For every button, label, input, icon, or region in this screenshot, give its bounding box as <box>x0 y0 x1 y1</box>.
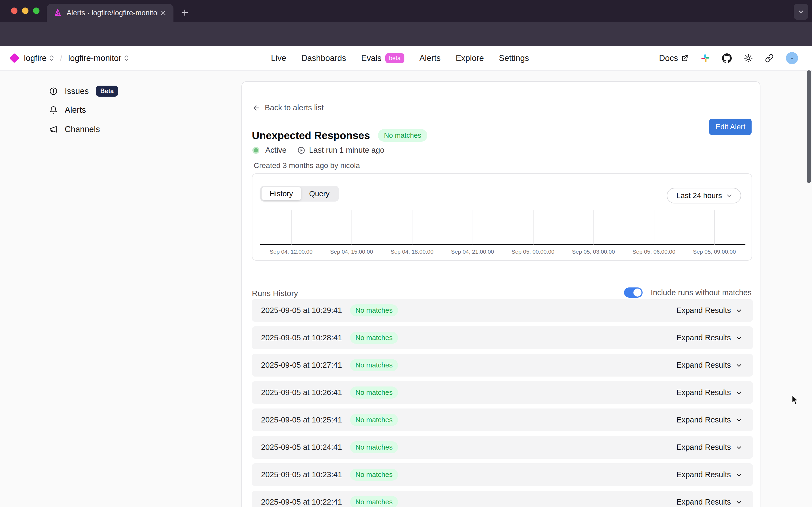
chart-gridline <box>654 210 654 244</box>
share-link-icon[interactable] <box>765 54 774 62</box>
expand-results-button[interactable]: Expand Results <box>676 415 743 424</box>
page-title: Unexpected Responses <box>252 130 370 142</box>
chart-gridline <box>291 210 291 244</box>
history-query-tabs: History Query <box>260 186 339 202</box>
last-run: Last run 1 minute ago <box>297 146 384 155</box>
run-row: 2025-09-05 at 10:23:41 No matches Expand… <box>252 463 753 486</box>
expand-results-button[interactable]: Expand Results <box>676 388 743 397</box>
new-tab-button[interactable] <box>178 6 191 19</box>
chevron-down-icon <box>735 416 743 424</box>
runs-list: 2025-09-05 at 10:29:41 No matches Expand… <box>252 294 753 507</box>
arrow-left-icon <box>253 104 261 112</box>
nav-evals[interactable]: Evalsbeta <box>361 53 404 63</box>
chart-axis-tick-label: Sep 05, 03:00:00 <box>572 248 615 255</box>
org-selector[interactable]: logfire <box>24 53 54 63</box>
back-to-alerts-link[interactable]: Back to alerts list <box>253 103 324 112</box>
time-range-select[interactable]: Last 24 hours <box>667 188 741 204</box>
browser-window: Alerts · logfire/logfire-monitor logfire… <box>0 0 812 507</box>
history-chart-card: History Query Last 24 hours Sep 04, 12:0… <box>252 173 752 261</box>
run-row: 2025-09-05 at 10:29:41 No matches Expand… <box>252 299 753 322</box>
mouse-cursor <box>791 395 801 405</box>
chart-axis-tick-label: Sep 04, 18:00:00 <box>390 248 433 255</box>
sidebar-item-channels[interactable]: Channels <box>49 124 100 134</box>
chevron-down-icon <box>735 307 743 314</box>
expand-results-button[interactable]: Expand Results <box>676 333 743 342</box>
browser-toolbar: logfire-us.pydantic.dev/logfire/logfire-… <box>0 22 812 46</box>
nav-explore[interactable]: Explore <box>456 53 484 63</box>
tab-search-button[interactable] <box>794 4 808 20</box>
minimize-window-button[interactable] <box>22 7 29 14</box>
close-tab-icon[interactable] <box>158 7 169 18</box>
run-row: 2025-09-05 at 10:22:41 No matches Expand… <box>252 491 753 507</box>
chart-x-axis <box>260 244 745 245</box>
browser-tab[interactable]: Alerts · logfire/logfire-monitor <box>47 4 173 22</box>
sidebar-item-label: Alerts <box>65 105 86 115</box>
chart-gridline <box>351 210 352 244</box>
tab-title: Alerts · logfire/logfire-monitor <box>67 9 158 17</box>
expand-results-button[interactable]: Expand Results <box>676 443 743 452</box>
no-matches-badge: No matches <box>350 469 398 481</box>
favicon-logfire-icon <box>53 8 62 17</box>
zoom-window-button[interactable] <box>33 7 40 14</box>
run-row: 2025-09-05 at 10:26:41 No matches Expand… <box>252 381 753 404</box>
tab-query[interactable]: Query <box>301 187 337 200</box>
issues-beta-badge: Beta <box>96 86 118 97</box>
bell-icon <box>49 106 58 114</box>
chart-axis-tick-label: Sep 05, 06:00:00 <box>632 248 675 255</box>
chart-axis-tick-label: Sep 05, 00:00:00 <box>511 248 554 255</box>
edit-alert-button[interactable]: Edit Alert <box>709 119 752 135</box>
sidebar-item-alerts[interactable]: Alerts <box>49 105 86 115</box>
nav-dashboards[interactable]: Dashboards <box>301 53 346 63</box>
sidebar-item-label: Channels <box>65 124 100 134</box>
nav-live[interactable]: Live <box>271 53 286 63</box>
no-matches-badge: No matches <box>378 129 427 142</box>
chart-axis-tick-label: Sep 04, 15:00:00 <box>330 248 373 255</box>
chevron-down-icon <box>735 444 743 451</box>
expand-results-button[interactable]: Expand Results <box>676 306 743 315</box>
logfire-logo-icon <box>9 53 19 63</box>
expand-results-button[interactable]: Expand Results <box>676 361 743 370</box>
github-icon[interactable] <box>722 53 732 63</box>
run-row: 2025-09-05 at 10:27:41 No matches Expand… <box>252 354 753 377</box>
close-window-button[interactable] <box>11 7 17 14</box>
no-matches-badge: No matches <box>350 414 398 426</box>
user-avatar[interactable]: - <box>786 52 798 64</box>
chevron-down-icon <box>735 334 743 342</box>
time-range-value: Last 24 hours <box>676 191 722 200</box>
breadcrumb: logfire / logfire-monitor <box>11 46 129 70</box>
megaphone-icon <box>49 125 58 134</box>
chevron-down-icon <box>725 192 733 200</box>
evals-beta-badge: beta <box>385 53 404 63</box>
project-name: logfire-monitor <box>68 53 121 63</box>
chart-gridline <box>412 210 413 244</box>
chart-gridline <box>714 210 715 244</box>
sidebar-item-label: Issues <box>65 87 89 96</box>
nav-settings[interactable]: Settings <box>499 53 529 63</box>
run-timestamp: 2025-09-05 at 10:28:41 <box>261 333 342 342</box>
run-timestamp: 2025-09-05 at 10:25:41 <box>261 415 342 424</box>
no-matches-badge: No matches <box>350 332 398 344</box>
theme-sun-icon[interactable] <box>744 54 753 62</box>
chart-gridline <box>473 210 473 244</box>
expand-results-button[interactable]: Expand Results <box>676 470 743 479</box>
page-scrollbar[interactable] <box>807 70 811 183</box>
chart-axis-tick-label: Sep 04, 21:00:00 <box>451 248 494 255</box>
play-circle-icon <box>297 146 305 154</box>
sidebar-item-issues[interactable]: Issues Beta <box>49 86 118 97</box>
project-selector[interactable]: logfire-monitor <box>68 53 129 63</box>
chevron-updown-icon <box>124 55 129 61</box>
chart-axis-tick-label: Sep 04, 12:00:00 <box>270 248 313 255</box>
slack-icon[interactable] <box>701 54 710 62</box>
status-text: Active <box>265 146 286 155</box>
nav-alerts[interactable]: Alerts <box>420 53 441 63</box>
docs-link[interactable]: Docs <box>659 53 689 63</box>
no-matches-badge: No matches <box>350 387 398 399</box>
tab-history[interactable]: History <box>262 187 301 200</box>
tab-strip: Alerts · logfire/logfire-monitor <box>0 0 812 22</box>
run-timestamp: 2025-09-05 at 10:23:41 <box>261 470 342 479</box>
run-timestamp: 2025-09-05 at 10:24:41 <box>261 443 342 452</box>
expand-results-button[interactable]: Expand Results <box>676 498 743 506</box>
active-status-dot <box>253 147 259 154</box>
chevron-updown-icon <box>49 55 54 61</box>
created-by-text: Created 3 months ago by nicola <box>254 161 360 170</box>
